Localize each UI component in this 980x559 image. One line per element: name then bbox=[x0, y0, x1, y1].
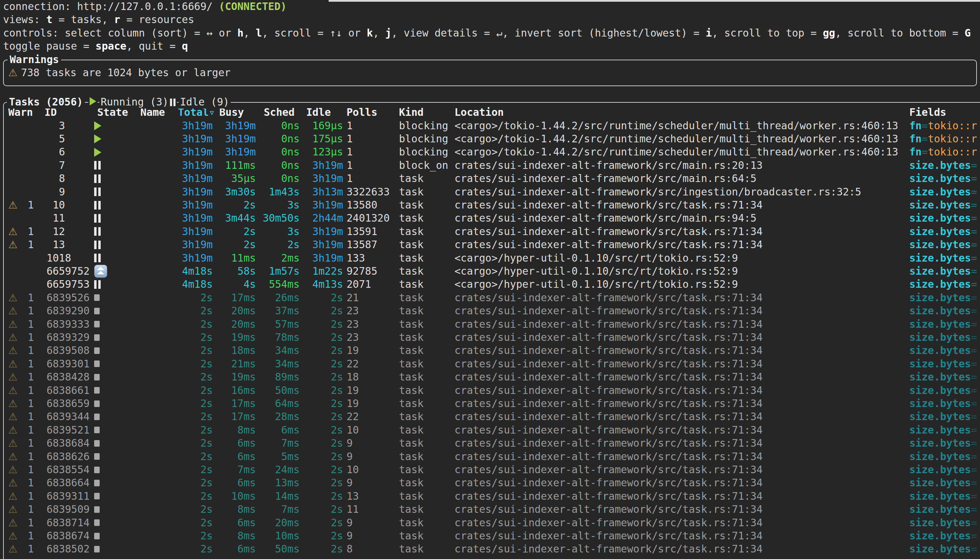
polls-count: 18 bbox=[346, 370, 397, 384]
warn-count: 1 bbox=[19, 291, 34, 304]
column-header-location[interactable]: Location bbox=[455, 106, 504, 119]
task-id: 6839333 bbox=[36, 318, 89, 331]
warning-triangle-icon: ⚠ bbox=[8, 225, 18, 238]
task-row[interactable]: ⚠168395262s17ms26ms2s21taskcrates/sui-in… bbox=[0, 291, 980, 304]
task-row[interactable]: ⚠112 3h19m2s3s3h19m13591taskcrates/sui-i… bbox=[0, 225, 980, 238]
task-id: 6838659 bbox=[36, 397, 89, 410]
field-name: size.bytes bbox=[909, 278, 971, 290]
task-row[interactable]: ⚠168393332s20ms57ms2s23taskcrates/sui-in… bbox=[0, 318, 980, 331]
polls-count: 9 bbox=[346, 529, 397, 542]
views-line: views: t = tasks, r = resources bbox=[3, 13, 194, 26]
task-row[interactable]: 66597534m18s4s554ms4m13s2071task<cargo>/… bbox=[0, 278, 980, 291]
column-header-kind[interactable]: Kind bbox=[399, 106, 424, 119]
task-row[interactable]: ⚠168393292s19ms78ms2s23taskcrates/sui-in… bbox=[0, 331, 980, 344]
field-name: size.bytes bbox=[909, 344, 971, 356]
task-row[interactable]: ⚠168386842s6ms7ms2s9taskcrates/sui-index… bbox=[0, 437, 980, 450]
task-fields: size.bytes= bbox=[909, 265, 980, 278]
keyboard-key: l bbox=[256, 27, 262, 39]
stop-icon bbox=[94, 466, 100, 473]
field-value: tokio::r bbox=[928, 119, 977, 132]
field-name: size.bytes bbox=[909, 252, 971, 264]
task-row[interactable]: ⚠113 3h19m2s2s3h19m13587taskcrates/sui-i… bbox=[0, 238, 980, 251]
task-kind: task bbox=[399, 450, 452, 463]
task-row[interactable]: 9 3h19m3m30s1m43s3h13m3322633taskcrates/… bbox=[0, 185, 980, 198]
pause-icon bbox=[94, 174, 101, 183]
task-kind: task bbox=[399, 225, 452, 238]
task-location: crates/sui-indexer-alt-framework/src/tas… bbox=[455, 225, 908, 238]
task-row[interactable]: ⚠168386592s17ms64ms2s19taskcrates/sui-in… bbox=[0, 397, 980, 410]
task-fields: size.bytes= bbox=[909, 251, 980, 265]
idle-count-label: Idle (9) bbox=[179, 96, 231, 109]
field-name: size.bytes bbox=[909, 331, 971, 343]
state-cell bbox=[94, 172, 109, 185]
task-location: crates/sui-indexer-alt-framework/src/tas… bbox=[455, 384, 908, 397]
running-play-icon bbox=[88, 96, 98, 109]
task-row[interactable]: 8 3h19m35µs0ns3h19m1taskcrates/sui-index… bbox=[0, 172, 980, 185]
task-row[interactable]: ⚠168386742s8ms10ms2s9taskcrates/sui-inde… bbox=[0, 529, 980, 542]
task-row[interactable]: ⚠168395212s8ms6ms2s10taskcrates/sui-inde… bbox=[0, 423, 980, 437]
field-equals: = bbox=[971, 212, 977, 224]
state-cell bbox=[94, 384, 109, 397]
field-equals: = bbox=[971, 238, 977, 251]
field-equals: = bbox=[971, 397, 977, 409]
task-row[interactable]: ⚠168395092s8ms7ms2s11taskcrates/sui-inde… bbox=[0, 503, 980, 516]
keyboard-key: q bbox=[182, 40, 188, 52]
field-name: size.bytes bbox=[909, 450, 971, 463]
state-cell bbox=[94, 146, 109, 159]
task-kind: task bbox=[399, 437, 452, 450]
field-equals: = bbox=[971, 344, 977, 356]
stop-icon bbox=[94, 374, 100, 380]
polls-count: 22 bbox=[346, 410, 397, 423]
field-equals: = bbox=[971, 490, 977, 502]
task-row[interactable]: 66597524m18s58s1m57s1m22s92785task<cargo… bbox=[0, 265, 980, 278]
pause-icon bbox=[94, 214, 101, 223]
task-row[interactable]: ⚠168393012s21ms34ms2s22taskcrates/sui-in… bbox=[0, 357, 980, 370]
state-cell bbox=[94, 410, 109, 423]
polls-count: 9 bbox=[346, 450, 397, 463]
task-row[interactable]: ⚠168386262s6ms5ms2s9taskcrates/sui-index… bbox=[0, 450, 980, 463]
task-row[interactable]: ⚠168385022s6ms50ms2s8taskcrates/sui-inde… bbox=[0, 542, 980, 556]
idle-duration: 175µs bbox=[291, 132, 343, 146]
task-row[interactable]: 1018 3h19m11ms2ms3h19m133task<cargo>/hyp… bbox=[0, 251, 980, 265]
task-row[interactable]: ⚠168392902s20ms37ms2s23taskcrates/sui-in… bbox=[0, 304, 980, 318]
warning-triangle-icon: ⚠ bbox=[8, 490, 18, 503]
header-text: , scroll to top = bbox=[712, 27, 823, 39]
window-top-edge bbox=[329, 0, 980, 2]
task-kind: block_on bbox=[399, 159, 452, 172]
task-id: 6839329 bbox=[36, 331, 89, 344]
task-location: <cargo>/tokio-1.44.2/src/runtime/schedul… bbox=[455, 132, 908, 146]
column-header-idle[interactable]: Idle bbox=[306, 106, 331, 119]
task-row[interactable]: ⚠168386612s16ms50ms2s19taskcrates/sui-in… bbox=[0, 384, 980, 397]
column-header-polls[interactable]: Polls bbox=[346, 106, 377, 119]
state-cell bbox=[94, 370, 109, 384]
task-row[interactable]: 6 3h19m3h19m0ns123µs1blocking<cargo>/tok… bbox=[0, 146, 980, 159]
task-location: <cargo>/tokio-1.44.2/src/runtime/schedul… bbox=[455, 119, 908, 132]
tasks-panel-title: Tasks (2056) bbox=[7, 96, 85, 109]
column-header-fields[interactable]: Fields bbox=[909, 106, 946, 119]
task-location: crates/sui-indexer-alt-framework/src/mai… bbox=[455, 172, 908, 185]
task-id: 11 bbox=[36, 212, 89, 225]
task-row[interactable]: 3 3h19m3h19m0ns169µs1blocking<cargo>/tok… bbox=[0, 119, 980, 132]
stop-icon bbox=[94, 546, 100, 552]
task-row[interactable]: ⚠168384282s19ms89ms2s18taskcrates/sui-in… bbox=[0, 370, 980, 384]
task-row[interactable]: ⚠168393112s10ms14ms2s13taskcrates/sui-in… bbox=[0, 490, 980, 503]
task-row[interactable]: ⚠168395082s18ms34ms2s19taskcrates/sui-in… bbox=[0, 344, 980, 357]
warning-triangle-icon: ⚠ bbox=[8, 397, 18, 410]
task-row[interactable]: ⚠168386642s6ms13ms2s9taskcrates/sui-inde… bbox=[0, 476, 980, 490]
task-kind: task bbox=[399, 304, 452, 318]
idle-duration: 3h19m bbox=[291, 251, 343, 265]
column-header-sched[interactable]: Sched bbox=[264, 106, 295, 119]
polls-count: 19 bbox=[346, 397, 397, 410]
task-id: 6839509 bbox=[36, 503, 89, 516]
task-row[interactable]: 5 3h19m3h19m0ns175µs1blocking<cargo>/tok… bbox=[0, 132, 980, 146]
task-row[interactable]: ⚠168387142s6ms20ms2s9taskcrates/sui-inde… bbox=[0, 516, 980, 529]
task-row[interactable]: ⚠168385542s7ms24ms2s10taskcrates/sui-ind… bbox=[0, 463, 980, 476]
field-equals: = bbox=[971, 503, 977, 515]
task-row[interactable]: 7 3h19m111ms0ns3h19m1block_oncrates/sui-… bbox=[0, 159, 980, 172]
warn-count: 1 bbox=[19, 516, 34, 529]
task-fields: size.bytes= bbox=[909, 198, 980, 212]
task-row[interactable]: 11 3h19m3m44s30m50s2h44m2401320taskcrate… bbox=[0, 212, 980, 225]
task-row[interactable]: ⚠110 3h19m2s3s3h19m13580taskcrates/sui-i… bbox=[0, 198, 980, 212]
warning-triangle-icon: ⚠ bbox=[8, 291, 18, 304]
task-row[interactable]: ⚠168393442s17ms28ms2s22taskcrates/sui-in… bbox=[0, 410, 980, 423]
